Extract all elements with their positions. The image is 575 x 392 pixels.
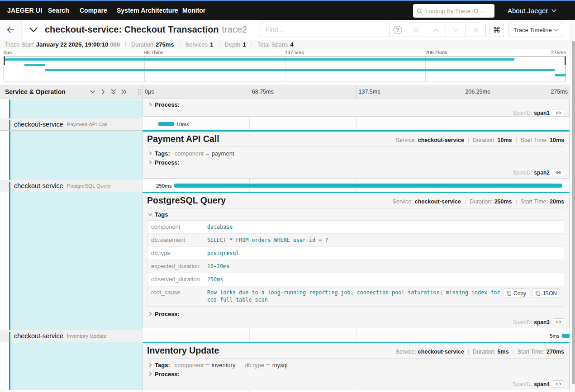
span-timeline-cell[interactable]: 5ms [143,330,570,342]
tag-row: expected_duration 10-20ms [147,260,564,273]
span-duration-bar[interactable] [562,334,570,338]
ruler-tick: 137.5ms [285,50,304,55]
trace-view-selected: Trace Timeline [513,27,553,33]
divider [125,42,126,47]
spanid-label: SpanID: [513,319,532,326]
tag-value: Row locks due to a long-running reportin… [204,286,505,306]
tag-value: 250ms [204,273,505,286]
tags-accordion[interactable]: Tags: component = inventory db.type = my… [147,360,564,369]
span-timeline-cell[interactable]: 10ms [143,118,570,130]
process-accordion[interactable]: Process: [147,100,564,109]
tag-value: postgresql [204,247,505,260]
ruler-tick: 206.25ms [425,50,447,55]
service-value: checkout-service [415,198,461,205]
summary-value: 1 [242,41,246,48]
link-icon [556,110,561,116]
chevron-down-icon [551,9,556,12]
trace-collapse-toggle[interactable] [28,26,39,34]
viewport-scrubber-right[interactable] [565,57,566,65]
detail-row-accent[interactable] [0,192,143,332]
about-jaeger-menu[interactable]: About Jaeger [508,1,556,20]
collapse-one-level-button[interactable] [98,88,109,95]
spanid-value: span1 [534,110,550,116]
chevron-right-icon [147,312,153,316]
divider [240,362,240,368]
trace-name: checkout-service: Checkout Transaction [45,24,219,34]
chevron-down-icon [90,89,96,95]
span-timeline-cell[interactable]: 250ms [143,180,570,192]
span-detail-row: PostgreSQL Query Service:checkout-servic… [0,192,570,332]
page-scrollbar[interactable] [570,20,575,392]
nav-item-monitor[interactable]: Monitor [182,1,205,20]
service-label: Service: [396,349,416,355]
start-time-label: Start Time: [518,349,545,355]
process-accordion[interactable]: Process: [147,369,564,378]
find-prev-button[interactable] [426,23,446,37]
tag-key: component [175,362,204,368]
span-name-cell[interactable]: checkout-servicePostgreSQL Query [0,180,143,192]
json-value-button[interactable]: JSON [532,288,560,298]
span-name-cell[interactable]: checkout-servicePayment API Call [0,118,143,130]
duration-label: Duration: [473,349,496,355]
column-resizer-grip[interactable] [138,89,141,95]
spanid-value: span3 [534,319,550,326]
tag-row: component database [147,221,564,234]
span-row[interactable]: checkout-servicePayment API Call 10ms [0,118,570,130]
diamond-icon [413,27,419,33]
nav-item-compare[interactable]: Compare [80,1,107,20]
span-duration-bar[interactable] [158,122,174,126]
keyboard-shortcuts-button[interactable]: ⌘ [489,23,504,37]
trace-view-select[interactable]: Trace Timeline [508,23,563,37]
tag-value: payment [212,150,234,157]
tag-key: db.type [245,362,264,368]
span-duration-bar[interactable] [174,184,562,188]
chevron-right-icon [147,372,153,376]
find-next-button[interactable] [446,23,466,37]
span-row[interactable]: checkout-servicePostgreSQL Query 250ms [0,180,570,192]
find-input[interactable] [260,23,390,37]
back-button[interactable] [0,20,22,40]
tag-value-actions: Copy JSON [505,286,564,306]
duration-label: Duration: [470,198,493,205]
double-chevron-right-icon [121,89,127,95]
span-service-name: checkout-service [14,332,63,340]
copy-link-button[interactable] [553,109,564,117]
tag-row: db.statement SELECT * FROM orders WHERE … [147,234,564,247]
trace-id-search-input[interactable] [425,8,491,14]
span-name-cell[interactable]: checkout-serviceInventory Update [0,330,143,342]
app-logo[interactable]: JAEGER UI [7,1,42,20]
tag-value: inventory [212,362,236,368]
detail-row-accent[interactable] [0,99,143,118]
find-focus-button[interactable] [406,23,426,37]
expand-all-button[interactable] [109,88,119,95]
expand-one-level-button[interactable] [88,88,98,95]
copy-link-button[interactable] [553,169,564,176]
span-row[interactable]: checkout-serviceInventory Update 5ms [0,330,570,342]
copy-link-button[interactable] [553,318,564,326]
trace-id-search [413,4,494,18]
start-time-value: 20ms [550,198,564,205]
process-accordion[interactable]: Process: [147,158,564,167]
detail-row-accent[interactable] [0,342,143,390]
nav-item-system-architecture[interactable]: System Architecture [117,1,178,20]
scrollbar-thumb[interactable] [572,41,575,384]
detail-row-accent[interactable] [0,130,143,180]
copy-value-button[interactable]: Copy [503,288,529,298]
nav-item-search[interactable]: Search [48,1,69,20]
divider [516,138,517,143]
process-accordion[interactable]: Process: [147,309,564,318]
tags-accordion[interactable]: Tags: component = payment [147,149,564,158]
span-detail-meta: Service:checkout-service Duration:10ms S… [396,137,564,143]
find-clear-button[interactable] [466,23,486,37]
copy-link-button[interactable] [553,380,564,388]
summary-value-suffix: .000 [109,41,120,48]
tags-accordion-expanded[interactable]: Tags [147,210,564,218]
chevron-down-icon [29,27,38,33]
timeline-header-ruler: 0μs 68.75ms 137.5ms 206.25ms 275ms [143,85,570,99]
minimap-span-bar [4,58,514,61]
viewport-scrubber-left[interactable] [4,57,5,65]
collapse-all-button[interactable] [119,88,129,95]
divider [516,199,517,204]
find-help-button[interactable]: ? [390,23,406,37]
span-graph-canvas[interactable] [4,56,566,81]
